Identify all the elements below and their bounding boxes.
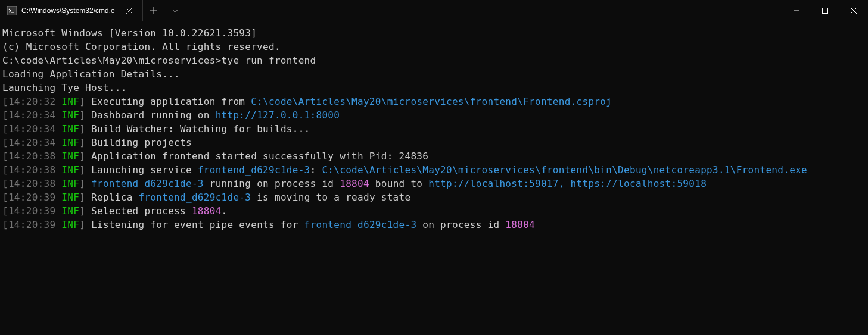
timestamp: 14:20:38 — [8, 164, 55, 176]
terminal-line: C:\code\Articles\May20\microservices>tye… — [2, 54, 866, 67]
terminal-line: [14:20:38 INF] Launching service fronten… — [2, 163, 866, 177]
terminal-line: [14:20:39 INF] Listening for event pipe … — [2, 218, 866, 231]
terminal-output[interactable]: Microsoft Windows [Version 10.0.22621.35… — [0, 21, 868, 236]
timestamp: 14:20:39 — [8, 192, 55, 203]
timestamp: 14:20:39 — [8, 219, 55, 230]
svg-rect-0 — [7, 6, 17, 15]
tab-close-button[interactable] — [123, 5, 135, 17]
bracket: ] — [79, 137, 85, 148]
log-segment: frontend_d629c1de-3 — [91, 178, 204, 189]
log-level: INF — [61, 123, 79, 134]
log-level: INF — [61, 164, 79, 176]
log-segment: running on process id — [204, 178, 340, 189]
log-segment: Listening for event pipe events for — [91, 219, 304, 230]
bracket: ] — [79, 151, 85, 162]
terminal-line: [14:20:34 INF] Build Watcher: Watching f… — [2, 122, 866, 136]
terminal-line: Microsoft Windows [Version 10.0.22621.35… — [2, 26, 866, 40]
close-button[interactable] — [839, 0, 868, 21]
log-level: INF — [61, 137, 79, 148]
log-segment: Dashboard running on — [91, 109, 216, 121]
bracket: ] — [79, 178, 85, 189]
bracket: ] — [79, 205, 85, 217]
log-segment: 18804 — [340, 178, 369, 189]
bracket: ] — [79, 96, 85, 107]
log-segment: C:\code\Articles\May20\microservices\fro… — [322, 164, 807, 176]
bracket: [ — [2, 192, 8, 203]
cmd-icon — [7, 6, 17, 15]
terminal-line: [14:20:39 INF] Selected process 18804. — [2, 204, 866, 218]
bracket: [ — [2, 123, 8, 134]
terminal-line: [14:20:38 INF] frontend_d629c1de-3 runni… — [2, 177, 866, 190]
log-segment: bound to — [369, 178, 428, 189]
bracket: [ — [2, 219, 8, 230]
log-segment: frontend_d629c1de-3 — [198, 164, 310, 176]
bracket: ] — [79, 123, 85, 134]
prompt: C:\code\Articles\May20\microservices> — [2, 55, 222, 66]
tab-cmd[interactable]: C:\Windows\System32\cmd.e — [0, 0, 143, 21]
log-level: INF — [61, 151, 79, 162]
timestamp: 14:20:32 — [8, 96, 55, 107]
titlebar: C:\Windows\System32\cmd.e — [0, 0, 868, 21]
tab-dropdown-button[interactable] — [169, 5, 181, 17]
loading-text: Loading Application Details... — [2, 68, 180, 80]
log-segment: is moving to a ready state — [251, 192, 410, 203]
bracket: [ — [2, 178, 8, 189]
minimize-button[interactable] — [782, 0, 811, 21]
tab-title: C:\Windows\System32\cmd.e — [21, 7, 119, 15]
timestamp: 14:20:34 — [8, 137, 55, 148]
log-segment: Replica — [91, 192, 138, 203]
maximize-button[interactable] — [811, 0, 839, 21]
timestamp: 14:20:34 — [8, 123, 55, 134]
log-segment: Building projects — [91, 137, 192, 148]
log-level: INF — [61, 205, 79, 217]
bracket: [ — [2, 205, 8, 217]
log-segment: Build Watcher: Watching for builds... — [91, 123, 310, 134]
log-segment: Launching service — [91, 164, 198, 176]
log-level: INF — [61, 178, 79, 189]
timestamp: 14:20:39 — [8, 205, 55, 217]
log-segment: C:\code\Articles\May20\microservices\fro… — [251, 96, 612, 107]
terminal-line: [14:20:34 INF] Dashboard running on http… — [2, 108, 866, 122]
log-segment: frontend_d629c1de-3 — [139, 192, 251, 203]
log-level: INF — [61, 192, 79, 203]
bracket: [ — [2, 164, 8, 176]
terminal-line: Launching Tye Host... — [2, 81, 866, 95]
bracket: [ — [2, 137, 8, 148]
log-segment: on process id — [416, 219, 505, 230]
terminal-line: [14:20:34 INF] Building projects — [2, 136, 866, 149]
timestamp: 14:20:34 — [8, 109, 55, 121]
terminal-line: [14:20:32 INF] Executing application fro… — [2, 95, 866, 108]
bracket: [ — [2, 109, 8, 121]
terminal-line: Loading Application Details... — [2, 67, 866, 81]
log-level: INF — [61, 109, 79, 121]
bracket: ] — [79, 109, 85, 121]
log-segment: : — [310, 164, 322, 176]
new-tab-button[interactable] — [148, 5, 160, 17]
log-segment: 18804 — [505, 219, 535, 230]
window-controls — [782, 0, 868, 21]
log-segment: Application frontend started successfull… — [91, 151, 428, 162]
timestamp: 14:20:38 — [8, 151, 55, 162]
titlebar-left: C:\Windows\System32\cmd.e — [0, 0, 186, 21]
terminal-line: (c) Microsoft Corporation. All rights re… — [2, 40, 866, 54]
log-segment: 18804 — [192, 205, 222, 217]
log-segment: frontend_d629c1de-3 — [304, 219, 417, 230]
log-segment: http://localhost:59017, https://localhos… — [428, 178, 707, 189]
log-segment: Selected process — [91, 205, 192, 217]
header-line: (c) Microsoft Corporation. All rights re… — [2, 41, 281, 52]
svg-rect-7 — [823, 8, 828, 14]
log-level: INF — [61, 219, 79, 230]
bracket: ] — [79, 219, 85, 230]
tab-actions — [143, 0, 186, 21]
log-segment: Executing application from — [91, 96, 251, 107]
log-level: INF — [61, 96, 79, 107]
log-segment: http://127.0.0.1:8000 — [216, 109, 340, 121]
bracket: [ — [2, 151, 8, 162]
loading-text: Launching Tye Host... — [2, 82, 127, 93]
bracket: [ — [2, 96, 8, 107]
command-text: tye run frontend — [222, 55, 316, 66]
terminal-line: [14:20:39 INF] Replica frontend_d629c1de… — [2, 190, 866, 204]
bracket: ] — [79, 164, 85, 176]
log-segment: . — [222, 205, 228, 217]
terminal-line: [14:20:38 INF] Application frontend star… — [2, 149, 866, 163]
